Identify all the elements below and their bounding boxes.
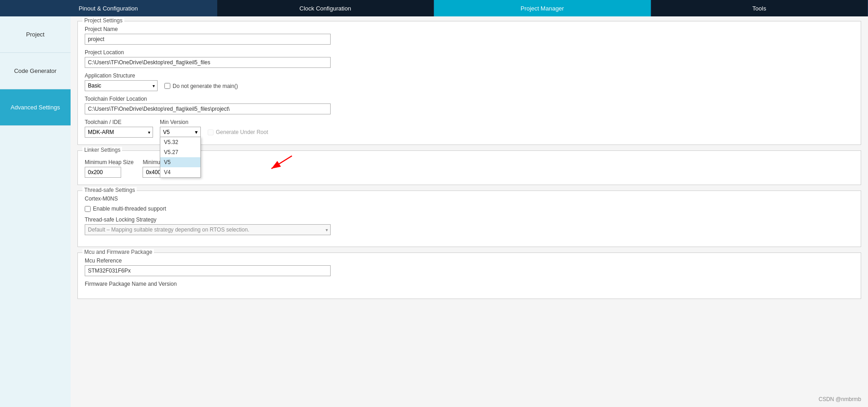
generate-under-root-label: Generate Under Root (216, 129, 268, 135)
project-settings-label: Project Settings (82, 17, 124, 24)
main-layout: Project Code Generator Advanced Settings… (0, 16, 868, 407)
app-struct-label: Application Structure (85, 72, 158, 79)
locking-strategy-label: Thread-safe Locking Strategy (85, 216, 854, 223)
thread-safe-section: Thread-safe Settings Cortex-M0NS Enable … (77, 191, 861, 247)
toolchain-ide-select-wrapper: MDK-ARM (85, 127, 153, 138)
toolchain-ide-label: Toolchain / IDE (85, 119, 153, 125)
project-name-label: Project Name (85, 26, 854, 32)
sidebar: Project Code Generator Advanced Settings (0, 16, 71, 407)
sidebar-item-code-generator[interactable]: Code Generator (0, 53, 71, 89)
dropdown-item-v4[interactable]: V4 (160, 167, 200, 177)
cortex-label: Cortex-M0NS (85, 196, 854, 202)
application-structure-row: Application Structure Basic Do not gener… (85, 72, 854, 91)
min-heap-group: Minimum Heap Size (85, 159, 133, 178)
mcu-firmware-label: Mcu and Firmware Package (82, 249, 154, 255)
toolchain-folder-group: Toolchain Folder Location (85, 96, 854, 114)
min-heap-input[interactable] (85, 167, 121, 178)
project-location-label: Project Location (85, 49, 854, 56)
dropdown-item-v532[interactable]: V5.32 (160, 137, 200, 147)
locking-strategy-group: Thread-safe Locking Strategy Default – M… (85, 216, 854, 235)
dropdown-item-v527[interactable]: V5.27 (160, 147, 200, 157)
enable-multithreaded-label: Enable multi-threaded support (93, 206, 166, 212)
tab-tools[interactable]: Tools (651, 0, 868, 16)
min-version-value: V5 (163, 129, 195, 135)
content-area: Project Settings Project Name Project Lo… (71, 16, 868, 407)
mcu-reference-group: Mcu Reference (85, 258, 854, 276)
enable-multithreaded-group: Enable multi-threaded support (85, 206, 854, 212)
min-version-select-display[interactable]: V5 ▾ (160, 127, 201, 138)
mcu-firmware-section: Mcu and Firmware Package Mcu Reference F… (77, 252, 861, 299)
min-heap-label: Minimum Heap Size (85, 159, 133, 165)
linker-settings-label: Linker Settings (82, 147, 122, 153)
firmware-package-label: Firmware Package Name and Version (85, 281, 854, 287)
toolchain-ide-group: Toolchain / IDE MDK-ARM (85, 119, 153, 138)
tab-pinout[interactable]: Pinout & Configuration (0, 0, 217, 16)
version-dropdown-popup: V5.32 V5.27 V5 V4 (160, 137, 201, 178)
dropdown-item-v5[interactable]: V5 (160, 157, 200, 167)
min-version-label: Min Version (160, 119, 201, 125)
locking-strategy-select[interactable]: Default – Mapping suitable strategy depe… (85, 224, 331, 235)
toolchain-ide-select[interactable]: MDK-ARM (85, 127, 153, 138)
sidebar-item-advanced-settings[interactable]: Advanced Settings (0, 89, 71, 126)
enable-multithreaded-checkbox[interactable] (85, 206, 91, 212)
mcu-reference-label: Mcu Reference (85, 258, 854, 264)
generate-under-root-group: Generate Under Root (208, 129, 268, 135)
mcu-reference-input[interactable] (85, 265, 331, 276)
do-not-generate-main-label: Do not generate the main() (173, 83, 238, 89)
project-location-group: Project Location (85, 49, 854, 68)
toolchain-folder-input[interactable] (85, 103, 331, 114)
min-version-wrapper: V5 ▾ V5.32 V5.27 V5 V4 (160, 127, 201, 138)
thread-safe-label: Thread-safe Settings (82, 187, 137, 193)
locking-strategy-select-wrapper: Default – Mapping suitable strategy depe… (85, 224, 331, 235)
min-version-group: Min Version V5 ▾ V5.32 V5.27 V5 V4 (160, 119, 201, 138)
project-name-input[interactable] (85, 34, 331, 45)
min-version-chevron-icon: ▾ (195, 129, 198, 135)
tab-clock[interactable]: Clock Configuration (217, 0, 434, 16)
project-location-input[interactable] (85, 57, 331, 68)
do-not-generate-main-checkbox[interactable] (164, 83, 170, 89)
toolchain-folder-label: Toolchain Folder Location (85, 96, 854, 102)
sidebar-item-project[interactable]: Project (0, 16, 71, 53)
project-settings-section: Project Settings Project Name Project Lo… (77, 21, 861, 145)
do-not-generate-main-group: Do not generate the main() (164, 83, 238, 89)
app-struct-group: Application Structure Basic (85, 72, 158, 91)
tab-project-manager[interactable]: Project Manager (434, 0, 651, 16)
firmware-package-group: Firmware Package Name and Version (85, 281, 854, 287)
app-struct-select[interactable]: Basic (85, 80, 158, 91)
toolchain-row: Toolchain / IDE MDK-ARM Min Version V5 ▾ (85, 119, 854, 138)
generate-under-root-checkbox[interactable] (208, 129, 214, 135)
app-struct-select-wrapper: Basic (85, 80, 158, 91)
project-name-group: Project Name (85, 26, 854, 45)
top-navigation: Pinout & Configuration Clock Configurati… (0, 0, 868, 16)
watermark: CSDN @nmbrmb (818, 396, 861, 402)
